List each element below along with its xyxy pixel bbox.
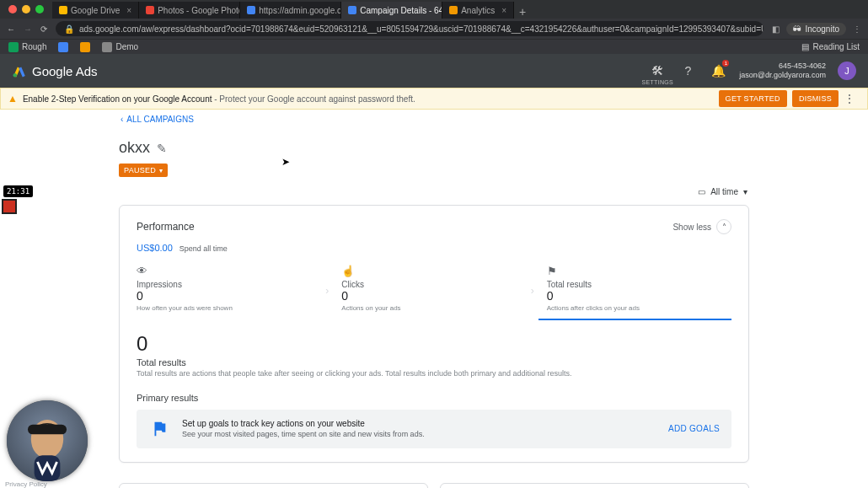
app-header: Google Ads 🛠SETTINGS ? 🔔1 645-453-4062 j…: [0, 54, 868, 88]
stop-recording-button[interactable]: [3, 201, 15, 212]
browser-tab[interactable]: Analytics×: [442, 2, 514, 19]
browser-tab[interactable]: https://admin.google.com/a/c×: [240, 2, 341, 19]
incognito-badge: 🕶Incognito: [786, 23, 846, 35]
total-results-sub: Total results are actions that people ta…: [137, 369, 731, 379]
bookmark-item[interactable]: [80, 42, 90, 52]
nav-back-icon[interactable]: ←: [7, 24, 15, 34]
address-bar[interactable]: 🔒 ads.google.com/aw/express/dashboard?oc…: [56, 21, 764, 36]
eye-icon: 👁: [137, 265, 313, 277]
browser-tab[interactable]: Google Drive×: [52, 2, 139, 19]
account-info[interactable]: 645-453-4062 jason@dr.goldyarora.com: [739, 62, 826, 80]
dismiss-button[interactable]: DISMISS: [792, 90, 839, 107]
extension-icon[interactable]: ◧: [772, 24, 780, 34]
click-icon: ☝: [341, 265, 517, 277]
spend-sub: Spend all time: [179, 244, 228, 253]
show-less-toggle[interactable]: Show less ˄: [672, 219, 731, 234]
google-ads-icon: [12, 63, 27, 78]
recording-indicator: 21:31: [3, 185, 33, 212]
card-title: Keyword themes & search terms report: [120, 484, 427, 488]
add-goals-button[interactable]: ADD GOALS: [668, 424, 720, 433]
settings-icon[interactable]: 🛠SETTINGS: [648, 62, 667, 80]
notifications-icon[interactable]: 🔔1: [709, 62, 727, 80]
browser-menu-icon[interactable]: ⋮: [853, 24, 861, 34]
help-icon[interactable]: ?: [678, 62, 697, 80]
url-text: ads.google.com/aw/express/dashboard?ocid…: [79, 24, 764, 34]
chevron-down-icon: ▾: [743, 187, 747, 196]
privacy-link[interactable]: Privacy Policy: [5, 480, 47, 488]
date-range-selector[interactable]: ▭ All time ▾: [698, 187, 747, 196]
banner-title: Enable 2-Step Verification on your Googl…: [23, 94, 212, 104]
alert-banner: ▲ Enable 2-Step Verification on your Goo…: [0, 88, 868, 110]
svg-rect-3: [28, 425, 67, 435]
bookmark-item[interactable]: Rough: [8, 42, 46, 52]
get-started-button[interactable]: GET STARTED: [719, 90, 787, 107]
svg-point-0: [13, 73, 18, 78]
metric-impressions[interactable]: 👁 Impressions 0 How often your ads were …: [137, 261, 321, 320]
back-all-campaigns-link[interactable]: ‹ ALL CAMPAIGNS: [119, 115, 749, 124]
calendar-icon: ▭: [698, 187, 705, 196]
app-name: Google Ads: [32, 64, 98, 78]
browser-tab-active[interactable]: Campaign Details - 645-453-×: [341, 2, 442, 19]
warning-icon: ▲: [8, 93, 18, 105]
campaign-title: okxx: [119, 139, 150, 157]
divider-icon: ›: [527, 261, 538, 320]
webcam-overlay[interactable]: [7, 400, 88, 481]
app-logo[interactable]: Google Ads: [12, 63, 98, 78]
banner-text: - Protect your Google account against pa…: [212, 94, 415, 104]
performance-title: Performance: [137, 221, 195, 233]
performance-card: Performance Show less ˄ US$0.00 Spend al…: [119, 205, 749, 463]
nav-forward-icon[interactable]: →: [24, 24, 32, 34]
flag-icon: ⚑: [547, 265, 723, 277]
window-controls[interactable]: [0, 5, 52, 13]
new-tab-button[interactable]: +: [514, 5, 531, 19]
primary-results-title: Primary results: [137, 393, 731, 403]
nav-reload-icon[interactable]: ⟳: [40, 24, 47, 34]
cursor-icon: ➤: [281, 156, 290, 168]
edit-icon[interactable]: ✎: [157, 142, 167, 155]
tab-strip: Google Drive× Photos - Google Photos× ht…: [52, 0, 868, 19]
bookmark-item[interactable]: Demo: [102, 42, 138, 52]
metric-total-results[interactable]: ⚑ Total results 0 Actions after clicks o…: [538, 261, 731, 320]
status-chip[interactable]: PAUSED: [119, 164, 168, 177]
banner-menu-icon[interactable]: ⋮: [839, 92, 860, 105]
card-title: Ad text, images & landing page: [441, 484, 748, 488]
bookmark-item[interactable]: [58, 42, 68, 52]
spend-amount[interactable]: US$0.00: [137, 243, 173, 253]
metric-clicks[interactable]: ☝ Clicks 0 Actions on your ads: [333, 261, 526, 320]
svg-rect-4: [35, 455, 61, 481]
avatar[interactable]: J: [838, 62, 856, 80]
total-results-value: 0: [137, 332, 731, 356]
recording-time: 21:31: [3, 185, 33, 197]
close-icon[interactable]: ×: [126, 6, 131, 15]
chevron-up-icon: ˄: [716, 219, 731, 234]
chevron-left-icon: ‹: [121, 115, 123, 124]
flag-icon: [148, 418, 170, 440]
close-icon[interactable]: ×: [501, 6, 506, 15]
divider-icon: ›: [321, 261, 333, 320]
goals-callout: Set up goals to track key actions on you…: [137, 410, 731, 448]
reading-list-button[interactable]: ▤Reading List: [801, 42, 860, 51]
browser-tab[interactable]: Photos - Google Photos×: [139, 2, 240, 19]
total-results-label: Total results: [137, 357, 731, 367]
ad-text-card[interactable]: Ad text, images & landing page: [440, 483, 749, 488]
bookmarks-bar: Rough Demo ▤Reading List: [0, 39, 868, 54]
keyword-themes-card[interactable]: Keyword themes & search terms report 🔍 K…: [119, 483, 428, 488]
